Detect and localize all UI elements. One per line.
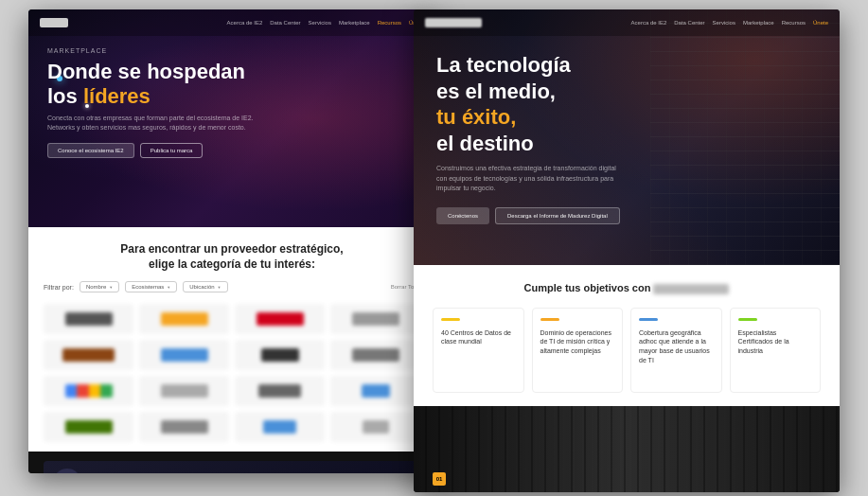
list-item[interactable] — [139, 412, 229, 442]
right-logo — [425, 18, 482, 27]
nav-item-acerca[interactable]: Acerca de IE2 — [227, 20, 263, 26]
right-hero-content: La tecnología es el medio, tu éxito, el … — [436, 52, 650, 224]
filter-label: Filtrar por: — [44, 284, 74, 291]
card-accent-4 — [738, 318, 757, 321]
list-item[interactable] — [235, 340, 325, 370]
filter-bar: Filtrar por: Nombre Ecosistemas Ubicació… — [44, 281, 420, 292]
left-navbar: Acerca de IE2 Data Center Servicios Mark… — [28, 9, 435, 36]
right-dark-hero: Acerca de IE2 Data Center Servicios Mark… — [414, 9, 840, 265]
left-title-line1: Donde se — [47, 60, 147, 83]
right-btn-informe[interactable]: Descarga el Informe de Madurez Digital — [495, 207, 620, 224]
right-hero-buttons: Conéctenos Descarga el Informe de Madure… — [436, 207, 650, 224]
right-bottom-section: 01 DATA CENTER La clave de tu transforma… — [414, 406, 840, 492]
left-light-section: Para encontrar un proveedor estratégico,… — [28, 227, 435, 452]
right-nav-marketplace[interactable]: Marketplace — [743, 20, 774, 26]
left-nav-items: Acerca de IE2 Data Center Servicios Mark… — [227, 20, 424, 26]
list-item[interactable] — [330, 304, 420, 334]
nav-item-servicios[interactable]: Servicios — [309, 20, 331, 26]
list-item[interactable] — [139, 304, 229, 334]
right-title-line3: el destino — [436, 131, 650, 157]
data-center-overlay: 01 DATA CENTER La clave de tu transforma… — [433, 468, 554, 492]
left-bottom-section: Asiste a tu transformación con Cloud. De… — [28, 452, 435, 473]
filter-nombre[interactable]: Nombre — [80, 281, 119, 292]
left-section-title: Para encontrar un proveedor estratégico,… — [44, 242, 420, 272]
right-light-section: Cumple tus objetivos con 40 Centros de D… — [414, 265, 840, 406]
card-accent-1 — [441, 318, 460, 321]
list-item[interactable] — [44, 412, 133, 442]
left-hero-buttons: Conoce el ecosistema IE2 Publica tu marc… — [47, 143, 416, 158]
feature-card-text-3: Cobertura geográfica adhoc que atiende a… — [639, 328, 714, 365]
feature-cards: 40 Centros de Datos de clase mundial Dom… — [433, 308, 821, 393]
list-item[interactable] — [235, 376, 325, 406]
logo-grid — [44, 304, 420, 442]
left-btn-ecosistema[interactable]: Conoce el ecosistema IE2 — [47, 143, 134, 158]
left-title-bold: hospedan — [147, 60, 245, 83]
right-nav-recursos[interactable]: Recursos — [782, 20, 806, 26]
right-hero-subtitle: Construimos una efectiva estrategia de t… — [436, 164, 626, 194]
right-nav-items: Acerca de IE2 Data Center Servicios Mark… — [631, 20, 828, 26]
filter-ecosistemas[interactable]: Ecosistemas — [125, 281, 177, 292]
screenshot-right: Acerca de IE2 Data Center Servicios Mark… — [414, 9, 840, 492]
list-item[interactable] — [139, 340, 229, 370]
left-hero-title: Donde se hospedan los líderes — [47, 60, 416, 110]
filter-ubicacion[interactable]: Ubicación — [183, 281, 227, 292]
server-pattern-bg — [650, 9, 840, 265]
card-accent-2 — [540, 318, 559, 321]
nav-item-recursos[interactable]: Recursos — [378, 20, 401, 26]
feature-card-2: Dominio de operaciones de TI de misión c… — [532, 308, 624, 393]
list-item[interactable] — [44, 340, 133, 370]
right-navbar: Acerca de IE2 Data Center Servicios Mark… — [414, 9, 840, 36]
left-title-line2: los — [47, 84, 83, 108]
feature-card-text-1: 40 Centros de Datos de clase mundial — [441, 328, 516, 347]
list-item[interactable] — [44, 376, 133, 406]
list-item[interactable] — [235, 304, 325, 334]
left-btn-marca[interactable]: Publica tu marca — [140, 143, 204, 158]
right-title-line1: La tecnología — [436, 52, 650, 79]
left-hero-badge: MARKETPLACE — [47, 47, 416, 54]
feature-card-text-2: Dominio de operaciones de TI de misión c… — [540, 328, 615, 356]
right-nav-servicios[interactable]: Servicios — [713, 20, 735, 26]
right-nav-acerca[interactable]: Acerca de IE2 — [631, 20, 667, 26]
left-bottom-card: Asiste a tu transformación con Cloud. De… — [44, 461, 420, 473]
nav-item-datacenter[interactable]: Data Center — [270, 20, 300, 26]
feature-card-4: Especialistas Certificados de la industr… — [730, 308, 822, 393]
list-item[interactable] — [330, 412, 420, 442]
feature-card-3: Cobertura geográfica adhoc que atiende a… — [630, 308, 722, 393]
left-bottom-icon — [53, 469, 81, 473]
data-center-title: DATA CENTER — [433, 491, 554, 492]
right-title-line2: es el medio, — [436, 79, 650, 105]
feature-card-1: 40 Centros de Datos de clase mundial — [433, 308, 524, 393]
feature-card-text-4: Especialistas Certificados de la industr… — [738, 328, 813, 356]
right-section-title: Cumple tus objetivos con — [433, 282, 821, 294]
right-nav-unete[interactable]: Únete — [813, 20, 828, 26]
list-item[interactable] — [235, 412, 325, 442]
left-logo — [40, 18, 68, 27]
left-title-highlight: líderes — [83, 84, 151, 108]
list-item[interactable] — [44, 304, 133, 334]
left-dark-hero: Acerca de IE2 Data Center Servicios Mark… — [28, 9, 435, 227]
left-hero-subtitle: Conecta con otras empresas que forman pa… — [47, 114, 256, 133]
right-nav-datacenter[interactable]: Data Center — [674, 20, 704, 26]
right-title-highlight: tu éxito, — [436, 104, 650, 131]
data-center-badge: 01 — [433, 472, 446, 486]
data-center-number: 01 — [433, 472, 446, 486]
right-btn-conectenos[interactable]: Conéctenos — [436, 207, 489, 224]
card-accent-3 — [639, 318, 658, 321]
left-hero-content: MARKETPLACE Donde se hospedan los lídere… — [47, 47, 416, 158]
list-item[interactable] — [330, 340, 420, 370]
right-hero-title: La tecnología es el medio, tu éxito, el … — [436, 52, 650, 156]
list-item[interactable] — [139, 376, 229, 406]
right-section-title-blurred — [653, 284, 729, 294]
list-item[interactable] — [330, 376, 420, 406]
screenshot-left: Acerca de IE2 Data Center Servicios Mark… — [28, 9, 435, 473]
nav-item-marketplace[interactable]: Marketplace — [339, 20, 370, 26]
